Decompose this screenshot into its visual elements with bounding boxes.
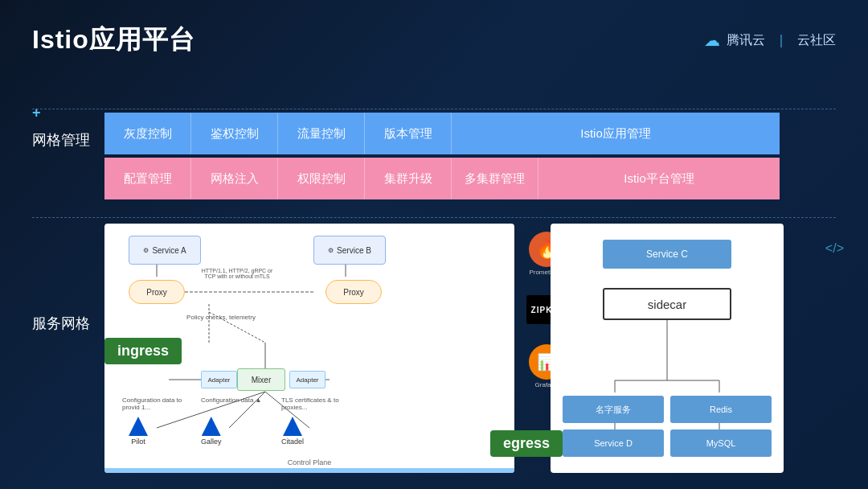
pilot-logo — [129, 417, 148, 436]
galley-box: Galley — [201, 417, 222, 446]
control-bars: 灰度控制 鉴权控制 流量控制 版本管理 Istio应用管理 配置管理 网格注入 … — [104, 113, 780, 203]
cell-wangge-inject: 网格注入 — [191, 158, 278, 199]
plus-icon: + — [32, 105, 41, 121]
cell-quanxian: 权限控制 — [278, 158, 365, 199]
cell-duojiqun: 多集群管理 — [452, 158, 538, 199]
mixer-box: Mixer — [237, 368, 285, 391]
svc-cell-service-d: Service D — [563, 429, 664, 457]
wangge-label: 网格管理 — [32, 130, 90, 150]
code-icon: </> — [825, 241, 844, 256]
cloud-icon: ☁ — [704, 31, 720, 50]
tls-label: TLS certificates & to proxies... — [281, 397, 346, 411]
top-bar-row: 灰度控制 鉴权控制 流量控制 版本管理 Istio应用管理 — [104, 113, 780, 154]
cell-jiqun: 集群升级 — [365, 158, 452, 199]
egress-badge: egress — [490, 430, 563, 457]
proxy-left: Proxy — [129, 280, 185, 304]
config-left-label: Configuration data to provid 1... — [122, 397, 186, 411]
cell-huidu: 灰度控制 — [104, 113, 191, 154]
citadel-box: Citadel — [281, 417, 304, 446]
citadel-logo — [283, 417, 302, 436]
brand-area: ☁ 腾讯云 ｜ 云社区 — [704, 31, 836, 50]
service-a-box: ⚙ Service A — [129, 236, 201, 265]
cell-istio-platform: Istio平台管理 — [538, 158, 780, 199]
svc-cell-redis: Redis — [670, 396, 772, 423]
header: Istio应用平台 ☁ 腾讯云 ｜ 云社区 — [0, 0, 868, 71]
galley-logo — [202, 417, 221, 436]
policy-label: Policy checks, telemetry — [185, 314, 257, 321]
config-right-label: Configuration data ▲ — [201, 397, 265, 404]
brand-name: 腾讯云 — [727, 32, 765, 49]
adapter-right: Adapter — [289, 371, 326, 388]
diagram-footer — [104, 468, 514, 473]
sidecar-box: sidecar — [603, 288, 731, 320]
cell-banben: 版本管理 — [365, 113, 452, 154]
proxy-right: Proxy — [326, 280, 382, 304]
ingress-badge: ingress — [104, 338, 182, 364]
adapter-left: Adapter — [201, 371, 237, 388]
pilot-box: Pilot — [129, 417, 148, 446]
control-plane-label: Control Plane — [288, 458, 332, 466]
cell-istio-app: Istio应用管理 — [452, 113, 780, 154]
service-b-box: ⚙ Service B — [313, 236, 386, 265]
cell-liuliang: 流量控制 — [278, 113, 365, 154]
http-label: HTTP/1.1, HTTP/2, gRPC or TCP with or wi… — [197, 268, 277, 279]
section-divider-2 — [32, 217, 836, 218]
services-grid: 名字服务 Redis Service D MySQL — [563, 396, 772, 457]
right-inner: Service C sidecar 名字服务 Redis Service D M… — [551, 224, 784, 473]
right-diagram: Service C sidecar 名字服务 Redis Service D M… — [551, 224, 784, 473]
cell-jiaquan: 鉴权控制 — [191, 113, 278, 154]
bottom-bar-row: 配置管理 网格注入 权限控制 集群升级 多集群管理 Istio平台管理 — [104, 158, 780, 199]
svc-cell-mysql: MySQL — [670, 429, 772, 457]
brand-divider: ｜ — [775, 32, 788, 49]
section-divider-1 — [32, 109, 836, 109]
page-title: Istio应用平台 — [32, 23, 195, 58]
cell-peizhi: 配置管理 — [104, 158, 191, 199]
brand-community: 云社区 — [797, 32, 836, 49]
fuwu-label: 服务网格 — [32, 314, 90, 333]
svc-cell-mingzi: 名字服务 — [563, 396, 664, 423]
service-c-box: Service C — [603, 240, 731, 269]
